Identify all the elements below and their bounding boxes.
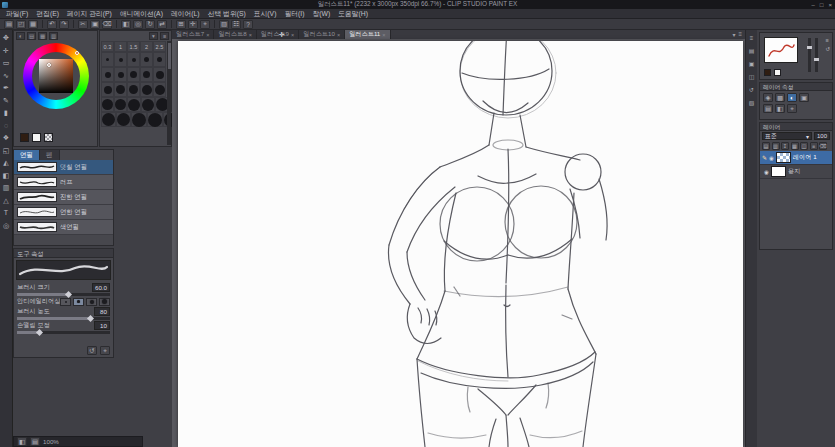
- grid-icon[interactable]: ⊞: [176, 20, 186, 29]
- brush-density-value[interactable]: 80: [94, 307, 110, 316]
- color-history-tab-icon[interactable]: ▥: [49, 32, 58, 40]
- redo-icon[interactable]: ↷: [59, 20, 69, 29]
- minimize-button[interactable]: –: [812, 2, 815, 8]
- copy-icon[interactable]: ▣: [90, 20, 100, 29]
- brush-size-options-icon[interactable]: ≡: [160, 32, 169, 40]
- close-button[interactable]: ×: [828, 2, 832, 8]
- cut-icon[interactable]: ✂: [78, 20, 88, 29]
- menu-help[interactable]: 도움말(H): [338, 9, 368, 19]
- brush-size-swatch[interactable]: [140, 67, 153, 82]
- save-file-icon[interactable]: ▦: [28, 20, 38, 29]
- brush-size-swatch[interactable]: [114, 82, 127, 97]
- layers-menu-icon[interactable]: ≡: [810, 142, 818, 150]
- antialias-none-button[interactable]: [60, 298, 71, 306]
- zoom-icon[interactable]: ◎: [133, 20, 143, 29]
- brush-size-swatch[interactable]: [127, 82, 140, 97]
- zoom-level[interactable]: 100%: [43, 438, 59, 445]
- brush-size-scrollbar[interactable]: [167, 41, 171, 145]
- menu-filter[interactable]: 필터(I): [284, 9, 304, 19]
- sub-color-swatch[interactable]: [774, 69, 781, 76]
- brush-size-swatch[interactable]: [141, 97, 155, 112]
- eraser-tool-icon[interactable]: ◱: [1, 146, 12, 156]
- brush-size-swatch[interactable]: [127, 97, 141, 112]
- canvas[interactable]: [178, 41, 743, 447]
- brush-size-swatch[interactable]: [131, 112, 147, 127]
- brush-size-swatch[interactable]: [114, 97, 127, 112]
- fill-icon[interactable]: ◧: [121, 20, 131, 29]
- antialias-strong-button[interactable]: [99, 298, 110, 306]
- status-grid-icon[interactable]: ▤: [30, 437, 40, 446]
- figure-tool-icon[interactable]: △: [1, 196, 12, 206]
- brush-size-swatch[interactable]: 1.5: [127, 41, 140, 52]
- delete-icon[interactable]: ⌫: [102, 20, 112, 29]
- pencil-tool-icon[interactable]: ✎: [1, 96, 12, 106]
- close-tab-icon[interactable]: ×: [291, 32, 294, 38]
- preview-slider[interactable]: [808, 38, 811, 72]
- blend-tool-icon[interactable]: ◭: [1, 158, 12, 168]
- menu-view[interactable]: 표시(V): [254, 9, 277, 19]
- brush-size-slider[interactable]: [17, 293, 110, 296]
- menu-edit[interactable]: 편집(E): [36, 9, 59, 19]
- subview-panel-icon[interactable]: ◫: [747, 73, 757, 82]
- layer-visibility-icon[interactable]: ◉: [769, 155, 774, 161]
- layer-mask-icon[interactable]: ◧: [775, 104, 785, 113]
- transfer-layer-icon[interactable]: ↧: [781, 142, 789, 150]
- close-tab-icon[interactable]: ×: [337, 32, 340, 38]
- blend-mode-dropdown[interactable]: 표준 ▾: [762, 132, 812, 140]
- new-file-icon[interactable]: ▤: [4, 20, 14, 29]
- layer-opacity-value[interactable]: 100: [814, 132, 830, 140]
- status-fill-icon[interactable]: ◧: [17, 437, 27, 446]
- layer-row[interactable]: ◉ 용지: [760, 165, 832, 179]
- brush-size-swatch[interactable]: [127, 67, 140, 82]
- menu-file[interactable]: 파일(F): [6, 9, 28, 19]
- foreground-color-swatch[interactable]: [20, 133, 29, 142]
- operation-tool-icon[interactable]: ✥: [1, 33, 12, 43]
- transparent-color-swatch[interactable]: [44, 133, 53, 142]
- text-tool-icon[interactable]: T: [1, 208, 12, 218]
- background-color-swatch[interactable]: [32, 133, 41, 142]
- close-tab-icon[interactable]: ×: [382, 32, 385, 38]
- workspace-icon[interactable]: ☷: [231, 20, 241, 29]
- close-tab-icon[interactable]: ×: [206, 32, 209, 38]
- new-layer-icon[interactable]: ▤: [762, 142, 770, 150]
- current-color-swatch[interactable]: [764, 69, 771, 76]
- hue-cursor[interactable]: [75, 51, 79, 55]
- open-file-icon[interactable]: ◰: [16, 20, 26, 29]
- subtool-item[interactable]: 연한 연필: [14, 205, 113, 220]
- close-tab-icon[interactable]: ×: [249, 32, 252, 38]
- brush-size-swatch[interactable]: 0.3: [101, 41, 114, 52]
- brush-size-swatch[interactable]: [101, 82, 114, 97]
- layer-row[interactable]: ✎ ◉ 레이어 1: [760, 151, 832, 165]
- subtool-item[interactable]: 진한 연필: [14, 190, 113, 205]
- merge-layer-icon[interactable]: ▦: [791, 142, 799, 150]
- color-set-tab-icon[interactable]: ▤: [27, 32, 36, 40]
- antialias-weak-button[interactable]: [73, 298, 84, 306]
- snap-special-icon[interactable]: ⌖: [200, 20, 210, 29]
- menu-page-manage[interactable]: 페이지 관리(P): [67, 9, 112, 19]
- move-tool-icon[interactable]: ✛: [1, 46, 12, 56]
- brush-size-swatch[interactable]: [140, 52, 153, 67]
- document-tab[interactable]: 일러스트10×: [299, 30, 345, 39]
- layer-visibility-icon[interactable]: ◉: [764, 169, 769, 175]
- undo-icon[interactable]: ↶: [47, 20, 57, 29]
- flip-horizontal-icon[interactable]: ⇄: [157, 20, 167, 29]
- brush-size-swatch[interactable]: [116, 112, 131, 127]
- material-icon[interactable]: ▨: [219, 20, 229, 29]
- border-effect-icon[interactable]: ▤: [763, 104, 773, 113]
- brush-size-swatch[interactable]: [101, 112, 116, 127]
- tabbar-menu-icon[interactable]: ≡: [738, 31, 742, 38]
- history-panel-icon[interactable]: ↺: [747, 86, 757, 95]
- expression-color-icon[interactable]: ▣: [799, 93, 809, 102]
- lasso-tool-icon[interactable]: ∿: [1, 71, 12, 81]
- hue-ring[interactable]: [23, 43, 89, 109]
- brush-size-swatch[interactable]: [101, 52, 114, 67]
- color-picker-cursor[interactable]: [47, 63, 51, 67]
- preview-slider[interactable]: [815, 38, 818, 72]
- color-wheel-tab-icon[interactable]: ◐: [16, 32, 25, 40]
- brush-size-swatch[interactable]: [147, 112, 163, 127]
- brush-size-swatch[interactable]: 2.5: [153, 41, 166, 52]
- border-effect-icon[interactable]: ◈: [763, 93, 773, 102]
- brush-size-value[interactable]: 60.0: [92, 283, 110, 292]
- color-slider-tab-icon[interactable]: ▦: [38, 32, 47, 40]
- saturation-value-square[interactable]: [39, 59, 73, 93]
